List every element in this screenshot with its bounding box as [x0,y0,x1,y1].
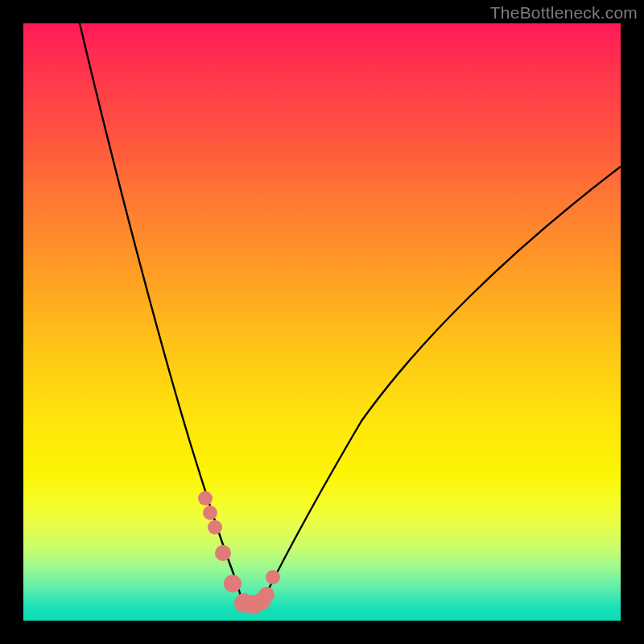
dot [198,491,213,506]
dot [266,570,280,584]
dot [208,520,222,535]
plot-area [23,23,621,621]
curve-right-branch [265,167,621,597]
watermark-text: TheBottleneck.com [490,3,638,23]
dot [224,575,242,592]
dot [215,545,231,561]
chart-svg [23,23,621,621]
dot [258,587,275,603]
chart-frame: TheBottleneck.com [0,0,644,644]
dot-cluster [198,491,280,614]
dot [203,506,217,520]
